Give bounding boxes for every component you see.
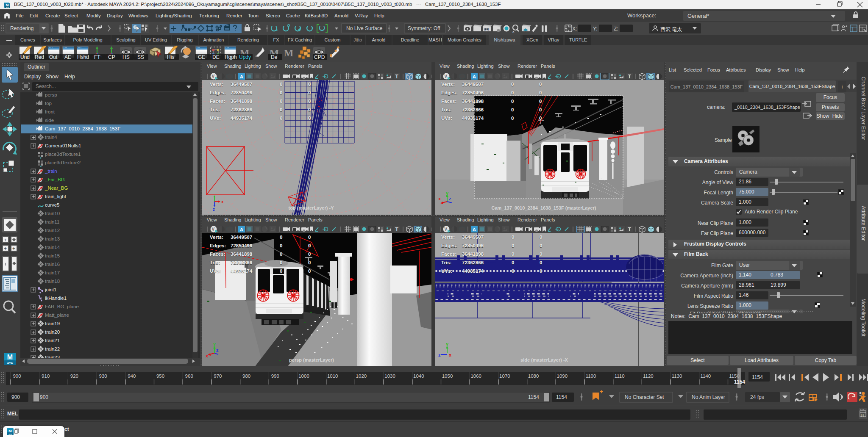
svg-text:train15: train15 bbox=[45, 253, 60, 258]
svg-text:1040: 1040 bbox=[413, 373, 424, 379]
svg-text:1080: 1080 bbox=[528, 373, 539, 379]
svg-text:x: x bbox=[512, 30, 515, 33]
svg-text:front: front bbox=[45, 109, 55, 114]
svg-text:y: y bbox=[446, 341, 449, 346]
svg-text:1100: 1100 bbox=[586, 373, 596, 379]
svg-text:AYA: AYA bbox=[8, 433, 12, 435]
svg-text:ikHandle1: ikHandle1 bbox=[45, 296, 67, 301]
svg-text:train14: train14 bbox=[45, 245, 60, 250]
svg-text:DE: DE bbox=[212, 54, 220, 60]
svg-text:+: + bbox=[12, 246, 15, 252]
svg-text:z: z bbox=[213, 207, 215, 212]
svg-text:1130: 1130 bbox=[672, 373, 682, 379]
svg-text:Matt_plane: Matt_plane bbox=[45, 313, 69, 318]
svg-text:AYA: AYA bbox=[7, 361, 13, 365]
svg-text:1010: 1010 bbox=[327, 373, 338, 379]
svg-text:1060: 1060 bbox=[470, 373, 481, 379]
svg-text:1030: 1030 bbox=[384, 373, 395, 379]
svg-text:1050: 1050 bbox=[442, 373, 453, 379]
svg-text:train19: train19 bbox=[45, 321, 60, 326]
svg-text:1000: 1000 bbox=[298, 373, 309, 379]
svg-text:train12: train12 bbox=[45, 228, 60, 233]
svg-text:train13: train13 bbox=[45, 236, 60, 241]
svg-text:HS: HS bbox=[122, 54, 130, 60]
svg-text:y: y bbox=[213, 341, 216, 346]
svg-text:Cam_137_0010_2384_1638_153F: Cam_137_0010_2384_1638_153F bbox=[45, 126, 120, 131]
svg-text:970: 970 bbox=[214, 373, 222, 379]
svg-text:M: M bbox=[7, 354, 13, 361]
svg-text:train4: train4 bbox=[45, 135, 57, 140]
svg-text:place3dTexture2: place3dTexture2 bbox=[45, 160, 81, 165]
svg-text:910: 910 bbox=[42, 373, 50, 379]
svg-text:x: x bbox=[206, 353, 209, 358]
svg-text:Cam_137_0010_2384_1638_153F (m: Cam_137_0010_2384_1638_153F (masterLayer… bbox=[491, 205, 596, 210]
svg-text:top: top bbox=[45, 101, 52, 106]
svg-text:train11: train11 bbox=[45, 219, 59, 224]
svg-text:1120: 1120 bbox=[643, 373, 654, 379]
svg-text:930: 930 bbox=[99, 373, 107, 379]
svg-text:SS: SS bbox=[137, 54, 144, 60]
svg-text:+: + bbox=[4, 237, 7, 243]
svg-text:train22: train22 bbox=[45, 346, 60, 351]
svg-text:x: x bbox=[449, 352, 452, 357]
svg-text:persp (masterLayer): persp (masterLayer) bbox=[289, 357, 334, 362]
svg-text:950: 950 bbox=[156, 373, 164, 379]
svg-text:AYA: AYA bbox=[6, 7, 9, 8]
svg-text:_train: _train bbox=[45, 169, 57, 174]
svg-text:+: + bbox=[4, 246, 7, 252]
svg-text:place3dTexture1: place3dTexture1 bbox=[45, 152, 81, 157]
svg-text:920: 920 bbox=[70, 373, 78, 379]
svg-text:Und: Und bbox=[20, 54, 30, 60]
svg-text:top (masterLayer) -Y: top (masterLayer) -Y bbox=[289, 205, 334, 210]
svg-text:Out: Out bbox=[49, 54, 58, 60]
svg-text:z: z bbox=[216, 348, 219, 353]
svg-text:De: De bbox=[271, 54, 278, 60]
svg-text:train16: train16 bbox=[45, 262, 60, 267]
svg-text:Hshd: Hshd bbox=[77, 54, 89, 60]
svg-text:CPD: CPD bbox=[314, 54, 325, 60]
svg-text:_Far_BG: _Far_BG bbox=[45, 177, 65, 182]
svg-text:FT: FT bbox=[94, 54, 100, 60]
svg-text:GE: GE bbox=[198, 54, 205, 60]
svg-text:AE: AE bbox=[64, 54, 71, 60]
svg-text:900: 900 bbox=[13, 373, 21, 379]
svg-text:Hgph: Hgph bbox=[225, 54, 237, 60]
svg-text:IPR: IPR bbox=[484, 28, 489, 31]
svg-text:+: + bbox=[4, 261, 7, 267]
svg-text:side (masterLayer) -X: side (masterLayer) -X bbox=[520, 357, 568, 362]
svg-text:960: 960 bbox=[185, 373, 193, 379]
svg-text:1020: 1020 bbox=[356, 373, 367, 379]
svg-text:train18: train18 bbox=[45, 279, 60, 284]
svg-text:train21: train21 bbox=[45, 338, 60, 343]
svg-text:side: side bbox=[45, 118, 54, 123]
svg-text:z: z bbox=[449, 196, 451, 201]
svg-text:CP: CP bbox=[108, 54, 115, 60]
svg-text:Updy: Updy bbox=[239, 54, 251, 60]
svg-text:x: x bbox=[221, 199, 224, 204]
svg-text:persp: persp bbox=[45, 92, 57, 97]
svg-text:y: y bbox=[446, 191, 449, 196]
svg-text:curve5: curve5 bbox=[45, 202, 60, 207]
svg-text:z: z bbox=[438, 352, 441, 357]
svg-text:1140: 1140 bbox=[700, 373, 711, 379]
svg-text:x: x bbox=[438, 196, 441, 201]
svg-text:Red: Red bbox=[35, 54, 44, 60]
svg-text:train_light: train_light bbox=[45, 194, 67, 199]
svg-text:train17: train17 bbox=[45, 270, 60, 275]
svg-text:1070: 1070 bbox=[499, 373, 510, 379]
svg-text:FAR_BG_plane: FAR_BG_plane bbox=[45, 304, 79, 309]
svg-text:1090: 1090 bbox=[557, 373, 568, 379]
svg-text:joint1: joint1 bbox=[45, 287, 57, 292]
svg-text:940: 940 bbox=[128, 373, 136, 379]
svg-text:990: 990 bbox=[271, 373, 279, 379]
svg-text:train10: train10 bbox=[45, 211, 60, 216]
svg-text:M: M bbox=[8, 429, 12, 433]
svg-text:1110: 1110 bbox=[615, 373, 625, 379]
svg-text:_Near_BG: _Near_BG bbox=[45, 185, 68, 191]
svg-text:980: 980 bbox=[242, 373, 250, 379]
svg-text:Camera01Nulls1: Camera01Nulls1 bbox=[45, 143, 81, 148]
svg-text:train20: train20 bbox=[45, 329, 60, 335]
svg-text:{;}: {;} bbox=[861, 413, 864, 417]
svg-text:His: His bbox=[167, 54, 174, 60]
